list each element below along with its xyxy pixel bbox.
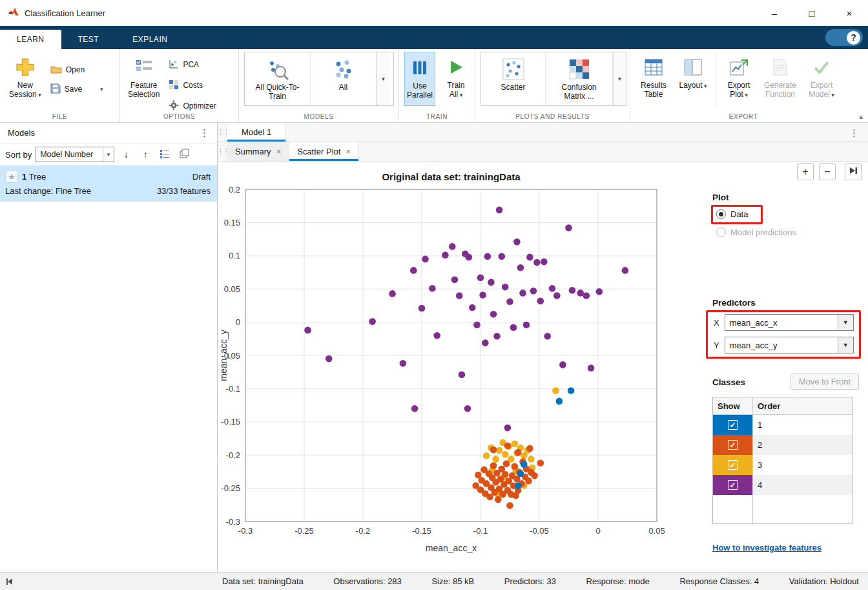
plots-gallery-dropdown-button[interactable]: ▾ <box>613 52 626 105</box>
classes-table: Show Order ✓1✓2✓3✓4 <box>712 397 853 524</box>
models-panel: Models ⋮ Sort by Model Number ▾ ↓ ↑ ★ 1 … <box>0 123 218 572</box>
data-radio[interactable]: Data <box>716 209 748 219</box>
tab-scatter-plot[interactable]: Scatter Plot × <box>289 142 359 161</box>
ribbon-tabstrip: LEARN TEST EXPLAIN ? <box>0 26 868 49</box>
class-visibility-checkbox[interactable]: ✓ <box>728 480 738 490</box>
doc-tabbar-menu-icon[interactable]: ⋮ <box>849 127 859 139</box>
list-view-button[interactable] <box>157 147 172 162</box>
class-order-cell[interactable]: 2 <box>753 435 852 455</box>
sort-ascending-button[interactable]: ↑ <box>138 147 153 162</box>
save-button[interactable]: Save ▾ <box>50 81 103 97</box>
classes-heading: Classes <box>712 377 745 387</box>
plots-gallery: Scatter Confusion Matrix ... ▾ <box>480 52 626 106</box>
costs-button[interactable]: Costs <box>169 78 216 93</box>
class-visibility-checkbox[interactable]: ✓ <box>728 460 738 470</box>
move-to-front-button[interactable]: Move to Front <box>790 374 859 390</box>
optimizer-gear-icon <box>169 100 179 112</box>
model-features-count: 33/33 features <box>157 186 211 196</box>
minimize-button[interactable]: – <box>756 0 793 26</box>
help-button[interactable]: ? <box>825 29 863 46</box>
class-visibility-checkbox[interactable]: ✓ <box>728 420 738 430</box>
tab-explain[interactable]: EXPLAIN <box>116 30 184 49</box>
sort-descending-button[interactable]: ↓ <box>118 147 134 162</box>
class-color-cell: ✓ <box>713 475 753 495</box>
export-model-button[interactable]: Export Model ▾ <box>805 52 838 100</box>
svg-text:Original data set: trainingDat: Original data set: trainingData <box>382 171 521 182</box>
pan-forward-button[interactable] <box>845 163 862 180</box>
plot-heading: Plot <box>712 193 729 202</box>
zoom-out-button[interactable]: − <box>819 163 836 180</box>
y-predictor-select[interactable]: mean_acc_y ▼ <box>725 337 854 353</box>
summary-tab-close-icon[interactable]: × <box>276 147 282 156</box>
svg-text:0.05: 0.05 <box>224 284 240 294</box>
status-item: Observations: 283 <box>333 576 402 586</box>
feature-selection-button[interactable]: Feature Selection <box>128 52 160 100</box>
all-quick-to-train-button[interactable]: All Quick-To- Train <box>245 52 311 105</box>
scatter-plot-button[interactable]: Scatter <box>481 52 546 105</box>
duplicate-view-button[interactable] <box>176 147 192 162</box>
model-predictions-radio-label: Model predictions <box>730 227 796 237</box>
svg-text:0.05: 0.05 <box>648 526 665 536</box>
models-section-label: MODELS <box>239 113 398 120</box>
tab-model-1[interactable]: Model 1 <box>227 123 286 142</box>
class-visibility-checkbox[interactable]: ✓ <box>728 440 738 450</box>
scatter-plot-label: Scatter <box>501 83 525 92</box>
collapse-statusbar-icon[interactable] <box>5 577 14 588</box>
scatter-plot[interactable]: -0.3-0.25-0.2-0.15-0.1-0.0500.05-0.3-0.2… <box>218 165 704 564</box>
tab-summary[interactable]: Summary × <box>227 142 289 161</box>
how-to-investigate-features-link[interactable]: How to investigate features <box>712 543 822 553</box>
sort-by-select[interactable]: Model Number ▾ <box>36 147 114 162</box>
svg-text:-0.25: -0.25 <box>221 483 240 493</box>
results-table-button[interactable]: Results Table <box>637 52 670 100</box>
tab-test[interactable]: TEST <box>61 30 116 49</box>
x-predictor-dropdown-icon[interactable]: ▼ <box>838 315 853 330</box>
data-radio-label: Data <box>730 209 748 219</box>
use-parallel-icon <box>411 56 428 79</box>
svg-text:-0.25: -0.25 <box>294 526 314 536</box>
favorite-star-icon[interactable]: ★ <box>5 170 18 183</box>
optimizer-label: Optimizer <box>183 101 216 111</box>
tab-learn[interactable]: LEARN <box>0 30 61 49</box>
train-all-button[interactable]: Train All ▾ <box>440 52 471 100</box>
confusion-matrix-button[interactable]: Confusion Matrix ... <box>546 52 613 105</box>
all-quick-to-train-icon <box>267 57 289 81</box>
open-label: Open <box>66 65 85 74</box>
layout-button[interactable]: Layout ▾ <box>677 52 709 90</box>
scatter-tab-close-icon[interactable]: × <box>346 147 351 156</box>
feature-selection-label: Feature Selection <box>128 81 160 100</box>
x-predictor-value: mean_acc_x <box>725 318 838 328</box>
ribbon-section-file: New Session ▾ Open Save ▾ FILE <box>0 49 120 122</box>
all-models-button[interactable]: All <box>311 52 377 105</box>
class-color-cell: ✓ <box>713 415 753 435</box>
class-order-cell[interactable]: 4 <box>753 475 852 495</box>
new-session-button[interactable]: New Session ▾ <box>9 52 41 100</box>
sub-tab-drag-handle-icon: ⋮⋮ <box>218 142 227 161</box>
close-button[interactable]: × <box>831 0 868 26</box>
x-predictor-label: X <box>714 318 719 328</box>
y-predictor-value: mean_acc_y <box>725 341 838 350</box>
ribbon-toolbar: New Session ▾ Open Save ▾ FILE <box>0 49 868 123</box>
model-name: Tree <box>29 172 46 182</box>
model-last-change: Last change: Fine Tree <box>5 186 91 196</box>
y-predictor-dropdown-icon[interactable]: ▼ <box>838 337 853 353</box>
collapse-ribbon-button[interactable]: ▴ <box>859 112 863 121</box>
models-panel-menu-icon[interactable]: ⋮ <box>200 127 209 139</box>
maximize-button[interactable]: □ <box>793 0 831 26</box>
use-parallel-button[interactable]: Use Parallel <box>404 52 435 106</box>
optimizer-button[interactable]: Optimizer <box>169 98 216 114</box>
export-plot-icon <box>730 56 748 79</box>
class-order-cell[interactable]: 3 <box>753 455 852 475</box>
export-plot-button[interactable]: Export Plot ▾ <box>723 52 755 100</box>
zoom-in-button[interactable]: + <box>797 163 814 180</box>
options-section-label: OPTIONS <box>120 113 238 120</box>
models-gallery-dropdown-button[interactable]: ▾ <box>377 52 389 105</box>
model-list-item[interactable]: ★ 1 Tree Draft Last change: Fine Tree 33… <box>0 165 217 202</box>
x-predictor-select[interactable]: mean_acc_x ▼ <box>725 314 854 331</box>
matlab-logo-icon <box>8 6 19 19</box>
class-order-cell[interactable]: 1 <box>753 415 852 435</box>
plot-controls-panel: + − Plot Data Model predictions Predicto… <box>707 162 868 572</box>
open-button[interactable]: Open <box>50 62 103 78</box>
pca-button[interactable]: PCA <box>169 57 216 72</box>
generate-function-button[interactable]: Generate Function <box>761 52 799 100</box>
model-predictions-radio[interactable]: Model predictions <box>716 227 796 237</box>
